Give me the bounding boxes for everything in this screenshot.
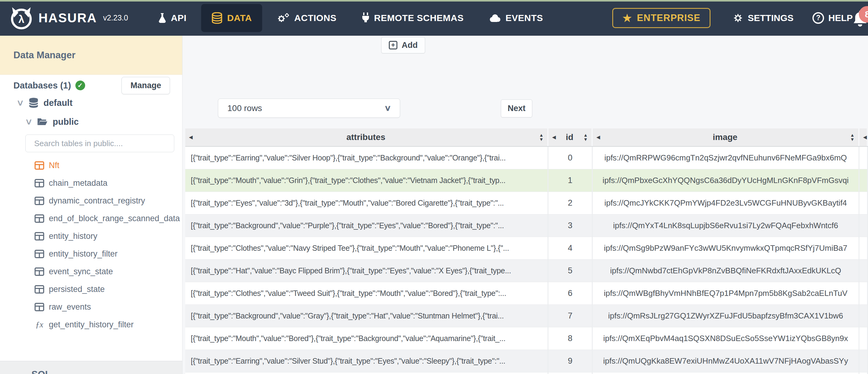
sidebar-table-item[interactable]: event_sync_state bbox=[34, 263, 177, 280]
brand-wordmark: HASURA bbox=[38, 11, 97, 25]
cell-attributes: [{"trait_type":"Earring","value":"Silver… bbox=[185, 350, 549, 372]
data-table: ◀ attributes ▲ ▼ ◀ id ▲ ▼ ◀ image ▲ bbox=[185, 128, 868, 374]
question-glyph: ? bbox=[816, 14, 820, 22]
hasura-logo-icon[interactable]: λ bbox=[9, 6, 34, 30]
cell-extra bbox=[860, 259, 868, 282]
search-tables-input[interactable] bbox=[25, 134, 174, 152]
tab-actions[interactable]: ACTIONS bbox=[267, 4, 347, 32]
collapse-column-icon[interactable]: ◀ bbox=[596, 135, 600, 140]
tab-remote-schemas[interactable]: REMOTE SCHEMAS bbox=[351, 4, 474, 32]
help-label: HELP bbox=[828, 13, 853, 23]
sort-icon[interactable]: ▲ ▼ bbox=[539, 133, 544, 142]
tab-api[interactable]: API bbox=[148, 4, 197, 32]
cell-id: 4 bbox=[549, 237, 593, 259]
help-button[interactable]: ? HELP bbox=[812, 12, 853, 24]
cell-attributes: [{"trait_type":"Mouth","value":"Bored"},… bbox=[185, 327, 549, 350]
sidebar-table-label: persisted_state bbox=[49, 285, 105, 294]
chevron-down-icon: ∨ bbox=[384, 103, 392, 113]
gears-icon bbox=[277, 12, 290, 24]
cell-id: 3 bbox=[549, 214, 593, 237]
tab-data[interactable]: DATA bbox=[201, 4, 262, 32]
add-row-button[interactable]: + Add bbox=[381, 37, 425, 53]
sidebar-table-label: entity_history bbox=[49, 231, 97, 241]
cell-attributes: [{"trait_type":"Mouth","value":"Grin"},{… bbox=[185, 169, 549, 192]
table-body: [{"trait_type":"Earring","value":"Silver… bbox=[185, 147, 868, 372]
cell-id bbox=[549, 372, 593, 374]
cell-extra bbox=[860, 214, 868, 237]
tab-events[interactable]: EVENTS bbox=[478, 4, 553, 32]
tree-row-database[interactable]: ∨ default bbox=[17, 94, 73, 112]
sidebar-table-item[interactable]: chain_metadata bbox=[34, 174, 177, 192]
cloud-icon bbox=[489, 14, 501, 22]
cell-image: ipfs://QmXEqPbvM4aq1SQSXN8DSuEcSo5SseYW1… bbox=[593, 327, 860, 350]
database-icon bbox=[28, 97, 39, 108]
sidebar-table-item[interactable]: persisted_state bbox=[34, 280, 177, 298]
table-grid-icon-svg bbox=[34, 267, 44, 276]
main-content: + Add 100 rows ∨ Next ◀ attributes ▲ ▼ ◀… bbox=[183, 36, 868, 374]
table-row: [{"trait_type":"Background","value":"Gra… bbox=[185, 305, 868, 327]
sidebar-table-item[interactable]: raw_events bbox=[34, 298, 177, 316]
sql-section[interactable]: SQL bbox=[0, 361, 182, 374]
table-grid-icon-svg bbox=[34, 196, 44, 205]
header-id-label[interactable]: id bbox=[556, 132, 583, 142]
collapse-column-icon[interactable]: ◀ bbox=[189, 135, 193, 140]
table-row: [{"trait_type":"Eyes","value":"3d"},{"tr… bbox=[185, 192, 868, 214]
sidebar: Data Manager Databases (1) ✓ Manage ∨ de… bbox=[0, 36, 183, 374]
settings-button[interactable]: SETTINGS bbox=[733, 12, 794, 24]
sidebar-table-label: dynamic_contract_registry bbox=[49, 196, 145, 206]
table-row: [{"trait_type":"Clothes","value":"Navy S… bbox=[185, 237, 868, 259]
flask-icon bbox=[158, 13, 166, 23]
collapse-column-icon[interactable]: ◀ bbox=[863, 135, 867, 140]
sidebar-table-item[interactable]: Nft bbox=[34, 156, 177, 174]
sidebar-table-item[interactable]: entity_history_filter bbox=[34, 245, 177, 263]
sidebar-table-item[interactable]: end_of_block_range_scanned_data bbox=[34, 210, 177, 227]
sidebar-table-item[interactable]: ƒx get_entity_history_filter bbox=[34, 316, 177, 334]
schema-name[interactable]: public bbox=[53, 117, 79, 127]
chevron-down-icon[interactable]: ∨ bbox=[25, 118, 33, 126]
cell-image: ipfs://QmRRPWG96cmgTn2qSzjwr2qvfNEuhunv6… bbox=[593, 147, 860, 169]
next-page-button[interactable]: Next bbox=[501, 99, 532, 118]
database-icon bbox=[212, 12, 222, 24]
tab-actions-label: ACTIONS bbox=[294, 13, 337, 23]
sort-icon[interactable]: ▲ ▼ bbox=[850, 133, 855, 142]
sidebar-table-label: Nft bbox=[49, 161, 60, 170]
sort-down-glyph: ▼ bbox=[583, 137, 588, 142]
plus-square-icon: + bbox=[389, 41, 397, 50]
top-edge-strip bbox=[0, 0, 868, 2]
cell-extra bbox=[860, 350, 868, 372]
gear-icon bbox=[733, 12, 743, 24]
table-icon bbox=[34, 285, 44, 294]
table-icon bbox=[34, 302, 44, 311]
chevron-down-icon[interactable]: ∨ bbox=[16, 98, 24, 107]
cell-id: 7 bbox=[549, 305, 593, 327]
table-icon bbox=[34, 214, 44, 223]
header-attributes-label[interactable]: attributes bbox=[193, 132, 539, 142]
cell-attributes: [{"trait_type":"Earring","value":"Silver… bbox=[185, 147, 549, 169]
cell-id: 8 bbox=[549, 327, 593, 350]
header-attributes: ◀ attributes ▲ ▼ bbox=[185, 128, 549, 146]
cell-attributes: [{"trait_type":"Clothes","value":"Tweed … bbox=[185, 282, 549, 305]
database-name[interactable]: default bbox=[44, 98, 73, 108]
collapse-column-icon[interactable]: ◀ bbox=[552, 135, 556, 140]
sidebar-table-item[interactable]: dynamic_contract_registry bbox=[34, 192, 177, 210]
cell-extra bbox=[860, 237, 868, 259]
function-icon: ƒx bbox=[34, 320, 44, 329]
table-grid-icon-svg bbox=[34, 214, 44, 223]
cell-id: 1 bbox=[549, 169, 593, 192]
sidebar-table-label: end_of_block_range_scanned_data bbox=[49, 214, 180, 223]
sort-icon[interactable]: ▲ ▼ bbox=[583, 133, 588, 142]
cell-id: 2 bbox=[549, 192, 593, 214]
manage-button[interactable]: Manage bbox=[121, 77, 170, 94]
tab-remote-schemas-label: REMOTE SCHEMAS bbox=[374, 13, 464, 23]
databases-label: Databases (1) bbox=[13, 81, 71, 91]
header-image: ◀ image ▲ ▼ bbox=[593, 128, 860, 146]
header-id: ◀ id ▲ ▼ bbox=[549, 128, 593, 146]
cell-image: ipfs://QmWBgfBhyVmHNhBfEQ7p1P4Mpn7pm5b8K… bbox=[593, 282, 860, 305]
rows-per-page-select[interactable]: 100 rows ∨ bbox=[218, 98, 400, 118]
sidebar-title: Data Manager bbox=[0, 36, 182, 75]
tree-row-schema[interactable]: ∨ public bbox=[26, 113, 79, 131]
cell-id: 9 bbox=[549, 350, 593, 372]
enterprise-button[interactable]: λ ★ ENTERPRISE bbox=[612, 8, 711, 28]
header-image-label[interactable]: image bbox=[600, 132, 850, 142]
sidebar-table-item[interactable]: entity_history bbox=[34, 227, 177, 245]
